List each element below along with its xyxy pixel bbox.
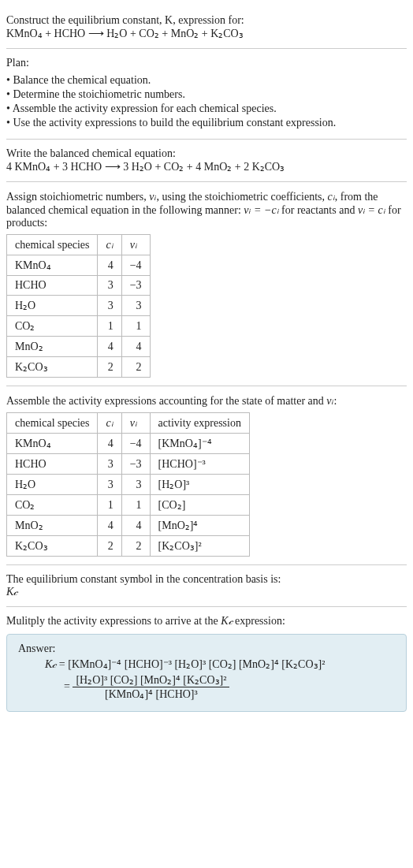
multiply-text: expression: [233,615,285,627]
col-species: chemical species [7,235,98,255]
cell-species: H₂O [7,296,98,316]
cell-expr: [KMnO₄]⁻⁴ [150,434,249,454]
symbol-heading: The equilibrium constant symbol in the c… [6,573,407,586]
kc-symbol: K𝒸 [221,615,232,627]
cell-species: MnO₂ [7,516,98,536]
cell-species: K₂CO₃ [7,357,98,378]
cell-c: 3 [98,296,121,316]
table-row: MnO₂44 [7,337,151,357]
plan-item: Assemble the activity expression for eac… [6,102,407,115]
table-row: CO₂11 [7,316,151,337]
multiply-heading: Mulitply the activity expressions to arr… [6,615,407,628]
cell-species: K₂CO₃ [7,536,98,557]
nu-eq: νᵢ = −cᵢ [244,204,278,216]
plan-item: Balance the chemical equation. [6,74,407,87]
table-row: K₂CO₃22[K₂CO₃]² [7,536,250,557]
table-row: CO₂11[CO₂] [7,495,250,516]
nu-symbol: νᵢ [326,395,333,407]
cell-species: HCHO [7,276,98,296]
table-row: HCHO3−3 [7,276,151,296]
cell-nu: 1 [121,495,150,516]
cell-nu: 2 [121,357,150,378]
cell-c: 3 [98,454,121,475]
stoich-section: Assign stoichiometric numbers, νᵢ, using… [6,182,407,386]
cell-species: HCHO [7,454,98,475]
cell-species: CO₂ [7,316,98,337]
plan-heading: Plan: [6,57,407,69]
title-line1: Construct the equilibrium constant, K, e… [6,14,407,27]
col-expr: activity expression [150,413,249,434]
stoich-text: Assign stoichiometric numbers, [6,191,149,203]
title-text-a: Construct the equilibrium constant, K, e… [6,14,244,26]
kc-symbol: K𝒸 [45,658,56,670]
cell-expr: [H₂O]³ [150,475,249,495]
col-ci: cᵢ [98,235,121,255]
equals-sign: = [64,680,73,692]
cell-c: 4 [98,516,121,536]
cell-species: KMnO₄ [7,255,98,276]
ci-symbol: cᵢ [328,191,335,203]
col-nu: νᵢ [121,235,150,255]
stoich-table: chemical species cᵢ νᵢ KMnO₄4−4 HCHO3−3 … [6,234,151,378]
table-row: H₂O33[H₂O]³ [7,475,250,495]
cell-c: 4 [98,434,121,454]
plan-item: Use the activity expressions to build th… [6,117,407,129]
symbol-section: The equilibrium constant symbol in the c… [6,565,407,607]
balanced-equation: 4 KMnO₄ + 3 HCHO ⟶ 3 H₂O + CO₂ + 4 MnO₂ … [6,160,407,173]
cell-expr: [CO₂] [150,495,249,516]
table-row: KMnO₄4−4 [7,255,151,276]
stoich-text: for reactants and [279,204,358,216]
answer-line2: = [H₂O]³ [CO₂] [MnO₂]⁴ [K₂CO₃]² [KMnO₄]⁴… [64,673,395,701]
activity-text: : [334,395,337,407]
title-equation: KMnO₄ + HCHO ⟶ H₂O + CO₂ + MnO₂ + K₂CO₃ [6,27,407,40]
cell-species: H₂O [7,475,98,495]
cell-nu: −4 [121,434,150,454]
cell-c: 1 [98,316,121,337]
col-ci: cᵢ [98,413,121,434]
cell-nu: 4 [121,516,150,536]
cell-c: 2 [98,536,121,557]
cell-expr: [HCHO]⁻³ [150,454,249,475]
table-row: MnO₂44[MnO₂]⁴ [7,516,250,536]
table-row: H₂O33 [7,296,151,316]
cell-nu: −3 [121,276,150,296]
table-row: HCHO3−3[HCHO]⁻³ [7,454,250,475]
activity-text: Assemble the activity expressions accoun… [6,395,326,407]
nu-eq: νᵢ = cᵢ [358,204,385,216]
cell-nu: 4 [121,337,150,357]
col-nu: νᵢ [121,413,150,434]
table-header-row: chemical species cᵢ νᵢ [7,235,151,255]
cell-nu: 3 [121,475,150,495]
answer-fraction: [H₂O]³ [CO₂] [MnO₂]⁴ [K₂CO₃]² [KMnO₄]⁴ [… [73,673,229,701]
answer-label: Answer: [18,643,395,655]
activity-section: Assemble the activity expressions accoun… [6,386,407,565]
title-section: Construct the equilibrium constant, K, e… [6,6,407,49]
activity-table: chemical species cᵢ νᵢ activity expressi… [6,412,250,557]
answer-line1-rhs: = [KMnO₄]⁻⁴ [HCHO]⁻³ [H₂O]³ [CO₂] [MnO₂]… [56,658,325,670]
col-species: chemical species [7,413,98,434]
cell-expr: [MnO₂]⁴ [150,516,249,536]
cell-species: CO₂ [7,495,98,516]
activity-heading: Assemble the activity expressions accoun… [6,394,407,408]
plan-list: Balance the chemical equation. Determine… [6,74,407,129]
cell-nu: 1 [121,316,150,337]
kc-symbol: K𝒸 [6,586,407,598]
fraction-denominator: [KMnO₄]⁴ [HCHO]³ [73,687,229,701]
cell-c: 3 [98,475,121,495]
table-row: K₂CO₃22 [7,357,151,378]
cell-c: 4 [98,337,121,357]
cell-species: KMnO₄ [7,434,98,454]
answer-line1: K𝒸 = [KMnO₄]⁻⁴ [HCHO]⁻³ [H₂O]³ [CO₂] [Mn… [45,658,395,671]
cell-c: 4 [98,255,121,276]
cell-expr: [K₂CO₃]² [150,536,249,557]
stoich-text: , using the stoichiometric coefficients, [156,191,327,203]
answer-box: Answer: K𝒸 = [KMnO₄]⁻⁴ [HCHO]⁻³ [H₂O]³ [… [6,634,407,712]
stoich-heading: Assign stoichiometric numbers, νᵢ, using… [6,190,407,229]
table-header-row: chemical species cᵢ νᵢ activity expressi… [7,413,250,434]
cell-species: MnO₂ [7,337,98,357]
cell-nu: 2 [121,536,150,557]
multiply-section: Mulitply the activity expressions to arr… [6,607,407,720]
cell-c: 2 [98,357,121,378]
balanced-heading: Write the balanced chemical equation: [6,147,407,160]
balanced-section: Write the balanced chemical equation: 4 … [6,140,407,182]
